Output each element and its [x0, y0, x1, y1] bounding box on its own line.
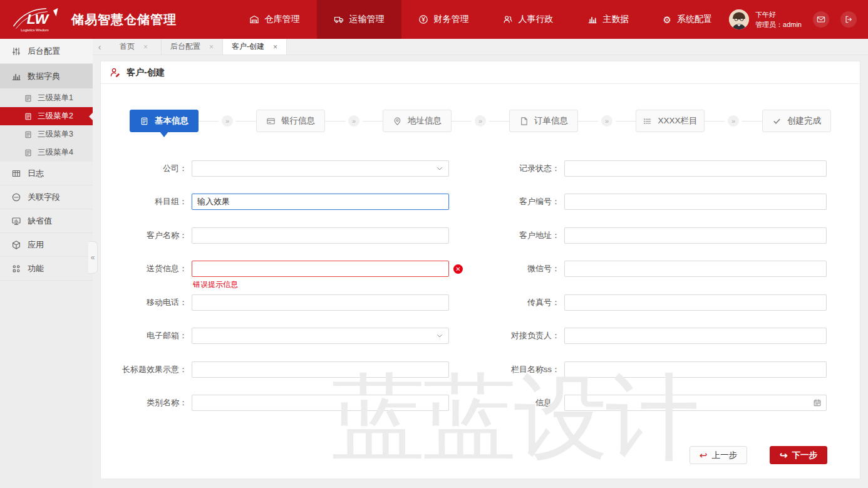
nav-item-hr[interactable]: 人事行政	[486, 0, 571, 39]
customer-address-input[interactable]	[564, 227, 827, 244]
customer-name-input[interactable]	[192, 227, 449, 244]
mobile-phone-input[interactable]	[192, 294, 449, 311]
subject-group-wrap	[192, 194, 449, 210]
logout-icon	[844, 15, 853, 24]
nav-item-master-data[interactable]: 主数据	[571, 0, 646, 39]
nav-item-label: 仓库管理	[265, 14, 300, 25]
prev-step-button[interactable]: ↩ 上一步	[690, 446, 747, 464]
calendar-icon[interactable]	[813, 398, 822, 407]
sidebar-item-label: 三级菜单1	[38, 93, 73, 103]
nav-item-system-config[interactable]: ⚙ 系统配置	[646, 0, 729, 39]
delivery-info-input[interactable]	[192, 261, 449, 277]
sidebar-item-linked-fields[interactable]: 关联字段	[0, 185, 93, 209]
record-status-wrap	[564, 160, 827, 177]
subject-group-input[interactable]	[192, 194, 449, 210]
sidebar-item-data-dictionary[interactable]: 数据字典	[0, 64, 93, 89]
step-arrow-icon: »	[348, 115, 359, 127]
back-arrow-icon: ↩	[700, 450, 708, 460]
field-label: 客户编号：	[454, 196, 564, 207]
field-label: 微信号：	[454, 263, 564, 274]
step-connector: »	[578, 115, 636, 127]
form-row: 客户名称： 客户地址：	[101, 219, 860, 252]
brand: LW Logistics Wisdom 储易智慧仓储管理	[0, 0, 232, 39]
user-avatar[interactable]	[729, 9, 749, 29]
sidebar-item-functions[interactable]: 功能	[0, 257, 93, 281]
step-address-info[interactable]: 地址信息	[383, 110, 452, 132]
nav-item-label: 系统配置	[677, 14, 712, 25]
close-icon[interactable]: ×	[273, 43, 277, 51]
step-xxxx-section[interactable]: XXXX栏目	[636, 110, 705, 132]
section-name-wrap	[564, 361, 827, 378]
company-logo-icon: LW Logistics Wisdom	[11, 6, 65, 33]
customer-create-icon	[110, 67, 120, 78]
step-arrow-icon: »	[475, 115, 486, 127]
customer-create-panel: 客户-创建 基本信息 » 银行信息 » 地址信息 »	[100, 61, 860, 479]
email-select-wrap	[192, 328, 449, 344]
field-label: 栏目名称ss：	[454, 364, 564, 375]
field-label: 长标题效果示意：	[101, 364, 192, 375]
field-label: 电子邮箱：	[101, 330, 192, 341]
tab-backend-config[interactable]: 后台配置 ×	[162, 39, 223, 55]
sidebar-item-label: 三级菜单3	[38, 129, 73, 140]
wechat-input[interactable]	[564, 261, 827, 277]
delivery-info-wrap: ✕ 错误提示信息	[192, 261, 449, 277]
form-row: 科目组： 客户编号：	[101, 185, 860, 219]
nav-item-warehouse[interactable]: 仓库管理	[232, 0, 317, 39]
sidebar-item-logs[interactable]: 日志	[0, 162, 93, 185]
sidebar-collapse-handle[interactable]: «	[88, 241, 98, 274]
sidebar-item-backend-config[interactable]: 后台配置	[0, 39, 93, 64]
sidebar-item-submenu-4[interactable]: 三级菜单4	[0, 143, 93, 162]
close-icon[interactable]: ×	[143, 43, 148, 51]
field-label: 类别名称：	[101, 397, 192, 408]
nav-item-finance[interactable]: 财务管理	[401, 0, 486, 39]
gear-icon: ⚙	[663, 15, 671, 24]
record-status-input[interactable]	[564, 160, 827, 177]
close-icon[interactable]: ×	[209, 43, 214, 51]
sidebar-item-applications[interactable]: 应用	[0, 233, 93, 257]
sidebar: 后台配置 数据字典 三级菜单1 三级菜单2 三级菜单3 三级菜单4 日志 关联	[0, 39, 93, 488]
next-step-button[interactable]: ↪ 下一步	[770, 446, 827, 464]
section-name-input[interactable]	[564, 361, 827, 378]
contact-person-input[interactable]	[564, 328, 827, 344]
info-date-wrap	[564, 395, 827, 411]
email-select[interactable]	[192, 328, 449, 344]
mail-button[interactable]	[813, 11, 829, 28]
step-bank-info[interactable]: 银行信息	[256, 110, 325, 132]
form-row: 移动电话： 传真号：	[101, 286, 860, 319]
field-label: 对接负责人：	[454, 330, 564, 341]
field-label: 客户名称：	[101, 230, 192, 241]
step-label: 订单信息	[534, 115, 568, 127]
tab-label: 首页	[120, 41, 135, 52]
step-create-complete[interactable]: 创建完成	[762, 110, 831, 132]
monitor-icon	[11, 216, 21, 226]
step-arrow-icon: »	[222, 115, 233, 127]
step-basic-info[interactable]: 基本信息	[130, 110, 199, 132]
sidebar-item-label: 关联字段	[28, 192, 60, 203]
field-label: 公司：	[101, 163, 192, 174]
content-area: 客户-创建 基本信息 » 银行信息 » 地址信息 »	[93, 55, 868, 488]
tab-label: 客户-创建	[232, 41, 264, 52]
form-row: 长标题效果示意： 栏目名称ss：	[101, 353, 860, 387]
sidebar-item-submenu-2[interactable]: 三级菜单2	[0, 107, 93, 125]
tab-scroll-left-button[interactable]: ‹	[93, 39, 106, 55]
doc-icon	[140, 117, 149, 126]
customer-number-input[interactable]	[564, 194, 827, 210]
tab-customer-create[interactable]: 客户-创建 ×	[223, 39, 287, 55]
sidebar-item-submenu-1[interactable]: 三级菜单1	[0, 89, 93, 107]
customer-address-wrap	[564, 227, 827, 244]
category-name-input[interactable]	[192, 395, 449, 411]
next-step-label: 下一步	[792, 450, 818, 461]
sidebar-item-default-values[interactable]: 缺省值	[0, 209, 93, 233]
sidebar-item-submenu-3[interactable]: 三级菜单3	[0, 125, 93, 143]
form-row: 类别名称： 信息：	[101, 387, 860, 420]
tab-home[interactable]: 首页 ×	[106, 39, 162, 55]
step-order-info[interactable]: 订单信息	[509, 110, 578, 132]
nav-item-transport[interactable]: 运输管理	[317, 0, 401, 39]
step-arrow-icon: »	[728, 115, 739, 127]
long-title-demo-input[interactable]	[192, 361, 449, 378]
logout-button[interactable]	[840, 11, 857, 28]
step-label: 地址信息	[408, 115, 442, 127]
info-date-input[interactable]	[564, 395, 827, 411]
fax-input[interactable]	[564, 294, 827, 311]
company-select[interactable]	[192, 160, 449, 177]
